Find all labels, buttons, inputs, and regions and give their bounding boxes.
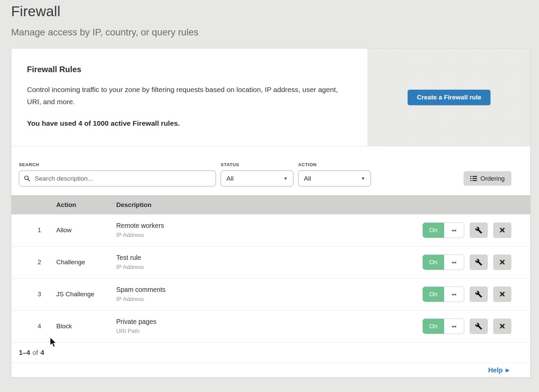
rule-number: 4 [11, 323, 56, 330]
rule-enabled-toggle[interactable]: On ◂▸ [422, 319, 464, 334]
column-header-description: Description [116, 201, 530, 209]
help-link[interactable]: Help ▶ [488, 366, 509, 374]
delete-rule-button[interactable]: ✕ [493, 287, 511, 302]
search-box[interactable] [19, 171, 216, 186]
action-select[interactable]: All ▼ [298, 171, 371, 186]
rule-match-type: IP Address [116, 264, 422, 271]
rule-controls: On ◂▸ ✕ [422, 254, 511, 270]
intro-text-block: Firewall Rules Control incoming traffic … [11, 49, 368, 146]
rule-description: Remote workers [116, 222, 422, 230]
action-filter-group: ACTION All ▼ [298, 162, 371, 186]
status-label: STATUS [221, 162, 293, 167]
ordering-button[interactable]: Ordering [464, 171, 511, 186]
status-selected-value: All [226, 175, 233, 182]
close-icon: ✕ [499, 259, 505, 266]
action-label: ACTION [298, 162, 371, 167]
table-row: 4 Block Private pages URI Path On ◂▸ ✕ [11, 310, 530, 342]
pagination: 1–4 of 4 [11, 342, 530, 363]
help-arrow-icon: ▶ [506, 367, 509, 373]
create-rule-panel: Create a Firewall rule [368, 49, 530, 146]
table-row: 3 JS Challenge Spam comments IP Address … [11, 278, 530, 310]
rule-description-cell: Spam comments IP Address [116, 286, 422, 303]
toggle-arrows-icon: ◂▸ [444, 287, 464, 302]
close-icon: ✕ [499, 227, 505, 234]
rule-description: Test rule [116, 254, 422, 262]
action-selected-value: All [304, 175, 311, 182]
rule-enabled-toggle[interactable]: On ◂▸ [422, 287, 464, 302]
search-filter-group: SEARCH [19, 162, 216, 186]
rule-match-type: URI Path [116, 328, 422, 335]
rule-number: 2 [11, 259, 56, 266]
rule-action: Challenge [56, 259, 116, 266]
toggle-on-label: On [423, 287, 444, 302]
toggle-on-label: On [423, 223, 444, 238]
column-header-action: Action [56, 201, 116, 209]
close-icon: ✕ [499, 323, 505, 330]
chevron-down-icon: ▼ [283, 176, 288, 181]
firewall-rules-card: Firewall Rules Control incoming traffic … [11, 48, 531, 378]
pagination-range: 1–4 [19, 349, 30, 357]
search-icon [24, 175, 30, 182]
delete-rule-button[interactable]: ✕ [493, 319, 511, 334]
help-link-label: Help [488, 366, 503, 374]
rule-description: Spam comments [116, 286, 422, 294]
edit-rule-button[interactable] [470, 254, 488, 270]
rule-enabled-toggle[interactable]: On ◂▸ [422, 254, 464, 270]
usage-summary: You have used 4 of 1000 active Firewall … [27, 119, 352, 127]
wrench-icon [475, 323, 482, 330]
table-header: Action Description [11, 195, 530, 214]
wrench-icon [475, 291, 482, 298]
rule-action: JS Challenge [56, 291, 116, 298]
toggle-arrows-icon: ◂▸ [444, 319, 464, 334]
toggle-arrows-icon: ◂▸ [444, 223, 464, 238]
table-row: 1 Allow Remote workers IP Address On ◂▸ … [11, 214, 530, 246]
wrench-icon [475, 259, 482, 266]
rule-description-cell: Remote workers IP Address [116, 222, 422, 239]
rule-action: Block [56, 323, 116, 330]
chevron-down-icon: ▼ [361, 176, 365, 181]
rule-controls: On ◂▸ ✕ [422, 287, 511, 302]
section-description: Control incoming traffic to your zone by… [27, 84, 345, 108]
ordering-button-label: Ordering [480, 175, 505, 182]
rule-enabled-toggle[interactable]: On ◂▸ [422, 222, 464, 238]
page-subtitle: Manage access by IP, country, or query r… [11, 27, 539, 38]
rule-controls: On ◂▸ ✕ [422, 222, 511, 238]
card-footer: Help ▶ [11, 363, 530, 377]
rule-controls: On ◂▸ ✕ [422, 319, 511, 334]
page-title: Firewall [11, 3, 539, 20]
card-top-section: Firewall Rules Control incoming traffic … [11, 49, 530, 146]
table-row: 2 Challenge Test rule IP Address On ◂▸ ✕ [11, 246, 530, 278]
rule-description-cell: Test rule IP Address [116, 254, 422, 271]
search-input[interactable] [34, 175, 211, 183]
ordering-list-icon [470, 176, 477, 181]
filters-bar: SEARCH STATUS All ▼ ACTION All [11, 146, 530, 195]
create-firewall-rule-button[interactable]: Create a Firewall rule [408, 90, 490, 105]
edit-rule-button[interactable] [470, 222, 488, 238]
pagination-of: of [32, 349, 38, 357]
section-heading: Firewall Rules [27, 65, 352, 74]
close-icon: ✕ [499, 291, 505, 298]
status-select[interactable]: All ▼ [221, 171, 293, 186]
wrench-icon [475, 227, 482, 234]
toggle-on-label: On [423, 255, 444, 270]
status-filter-group: STATUS All ▼ [221, 162, 293, 186]
edit-rule-button[interactable] [470, 319, 488, 334]
rule-match-type: IP Address [116, 232, 422, 239]
delete-rule-button[interactable]: ✕ [493, 254, 511, 270]
page-header: Firewall Manage access by IP, country, o… [0, 0, 539, 38]
toggle-arrows-icon: ◂▸ [444, 255, 464, 270]
toggle-on-label: On [423, 319, 444, 334]
edit-rule-button[interactable] [470, 287, 488, 302]
delete-rule-button[interactable]: ✕ [493, 222, 511, 238]
rule-description: Private pages [116, 318, 422, 326]
rule-number: 1 [11, 227, 56, 234]
search-label: SEARCH [19, 162, 216, 167]
pagination-total: 4 [40, 349, 44, 357]
rule-description-cell: Private pages URI Path [116, 318, 422, 335]
rule-match-type: IP Address [116, 296, 422, 303]
rule-action: Allow [56, 227, 116, 234]
rule-number: 3 [11, 291, 56, 298]
